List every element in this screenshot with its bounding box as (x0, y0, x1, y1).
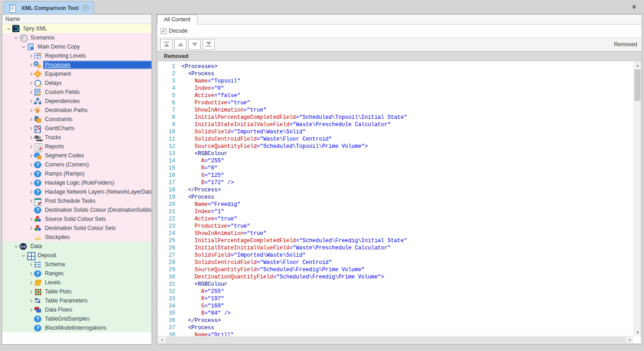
expand-arrow-icon[interactable] (27, 69, 34, 78)
first-difference-button[interactable] (160, 39, 172, 50)
tree-item-table-plots[interactable]: Table Plots (2, 287, 152, 296)
expand-arrow-icon[interactable] (27, 260, 34, 269)
expand-arrow-icon[interactable] (27, 115, 34, 124)
tree-item-deposit[interactable]: Deposit (2, 251, 152, 260)
code-text: A="255" (182, 288, 224, 295)
expand-arrow-icon[interactable] (27, 60, 34, 69)
collapse-arrow-icon[interactable] (5, 24, 12, 33)
code-line: 16 G="125" (158, 172, 634, 179)
tab-all-content[interactable]: All Content (157, 15, 197, 24)
last-difference-button[interactable] (202, 39, 215, 50)
tree-item-schema[interactable]: Schema (2, 260, 152, 269)
tree-item-ranges[interactable]: Ranges (2, 269, 152, 278)
tree-item-table-parameters[interactable]: Table Parameters (2, 296, 152, 305)
tree-item-corners-corners[interactable]: Corners (Corners) (2, 160, 152, 169)
tree-item-processes[interactable]: Processes (2, 60, 152, 69)
code-line: 5 Active="false" (158, 92, 634, 99)
vertical-scrollbar[interactable] (634, 62, 641, 336)
expand-arrow-icon[interactable] (27, 305, 34, 314)
tree-item-destination-solid-colour-sets[interactable]: Destination Solid Colour Sets (2, 224, 152, 233)
tree-item-ganttcharts[interactable]: GanttCharts (2, 124, 152, 133)
tree-item-source-solid-colour-sets[interactable]: Source Solid Colour Sets (2, 214, 152, 224)
code-line: 32 A="255" (158, 288, 634, 295)
collapse-arrow-icon[interactable] (20, 251, 27, 260)
expand-arrow-icon[interactable] (27, 269, 34, 278)
expand-arrow-icon[interactable] (27, 214, 34, 224)
tree-item-label: Levels (43, 278, 152, 287)
expand-arrow-icon[interactable] (27, 196, 34, 205)
tree-item-destination-solids-colour-destinationsolidscolour[interactable]: Destination Solids Colour (DestinationSo… (2, 205, 152, 214)
expand-arrow-icon[interactable] (27, 169, 34, 178)
expand-arrow-icon[interactable] (27, 287, 34, 296)
table-plots-icon (34, 288, 41, 295)
previous-difference-button[interactable] (174, 39, 187, 50)
expand-arrow-icon[interactable] (27, 51, 34, 60)
decode-checkbox[interactable] (161, 28, 167, 34)
tree-item-ramps-ramps[interactable]: Ramps (Ramps) (2, 169, 152, 178)
next-difference-button[interactable] (188, 39, 201, 50)
tree-item-reporting-levels[interactable]: Reporting Levels (2, 51, 152, 60)
expand-arrow-icon[interactable] (27, 224, 34, 233)
indent-spacer (2, 233, 27, 242)
expand-arrow-icon[interactable] (27, 278, 34, 287)
expand-arrow-icon[interactable] (27, 296, 34, 305)
indent-spacer (2, 214, 27, 224)
tree-item-constraints[interactable]: Constraints (2, 115, 152, 124)
tree-item-trucks[interactable]: Trucks (2, 133, 152, 142)
expand-arrow-icon[interactable] (27, 106, 34, 115)
scroll-right-icon[interactable] (626, 336, 634, 344)
scroll-left-icon[interactable] (158, 336, 165, 344)
code-text: InitialPercentageCompletedField="Schedul… (182, 237, 407, 244)
tree-item-data[interactable]: Data (2, 242, 152, 251)
expand-arrow-icon[interactable] (27, 133, 34, 142)
expand-arrow-icon[interactable] (27, 178, 34, 187)
line-number: 10 (158, 128, 182, 136)
expand-arrow-icon[interactable] (27, 151, 34, 160)
horizontal-scrollbar[interactable] (158, 336, 634, 343)
tree-item-blockmodelinterrogations[interactable]: BlockModelInterrogations (2, 323, 152, 332)
help-icon (34, 171, 41, 177)
collapse-arrow-icon[interactable] (12, 242, 20, 251)
tree-column-header[interactable]: Name (2, 15, 152, 24)
horizontal-scroll-thumb[interactable] (166, 337, 626, 343)
tree-item-main-demo-copy[interactable]: Main Demo Copy (2, 42, 152, 51)
tree-item-levels[interactable]: Levels (2, 278, 152, 287)
last-difference-icon (206, 42, 211, 45)
indent-spacer (2, 260, 27, 269)
tree-item-tablegridsamples[interactable]: TableGridSamples (2, 314, 152, 323)
tree-item-reports[interactable]: Reports (2, 142, 152, 151)
expand-arrow-icon[interactable] (27, 88, 34, 97)
first-difference-icon (163, 42, 169, 43)
tree-item-custom-fields[interactable]: Custom Fields (2, 88, 152, 97)
collapse-arrow-icon[interactable] (20, 42, 27, 51)
expand-arrow-icon[interactable] (27, 160, 34, 169)
scroll-up-icon[interactable] (634, 62, 641, 69)
tree-item-equipment[interactable]: Equipment (2, 69, 152, 78)
tree-item-haulage-network-layers-networklayerdata[interactable]: Haulage Network Layers (NetworkLayerData… (2, 187, 152, 196)
tree-item-delays[interactable]: Delays (2, 78, 152, 88)
tree-item-segment-codes[interactable]: Segment Codes (2, 151, 152, 160)
document-tab[interactable]: XML Comparison Tool ✕ (4, 1, 94, 14)
expand-arrow-icon[interactable] (27, 187, 34, 196)
expand-arrow-icon[interactable] (27, 78, 34, 88)
scroll-down-icon[interactable] (634, 329, 641, 336)
vertical-scroll-thumb[interactable] (634, 69, 640, 101)
tree-item-dependencies[interactable]: Dependencies (2, 97, 152, 106)
tree-item-stockpiles[interactable]: Stockpiles (2, 233, 152, 242)
indent-spacer (2, 78, 27, 88)
tree-item-data-flows[interactable]: Data Flows (2, 305, 152, 314)
decode-row: Decode (157, 24, 642, 37)
tree-item-haulage-logic-rulefolders[interactable]: Haulage Logic (RuleFolders) (2, 178, 152, 187)
collapse-arrow-icon[interactable] (12, 33, 20, 42)
line-number: 31 (158, 281, 182, 288)
expand-arrow-icon[interactable] (27, 124, 34, 133)
xml-code-view[interactable]: 1<Processes>2 <Process3 Name="Topsoil"4 … (158, 62, 634, 336)
tree-item-destination-paths[interactable]: Destination Paths (2, 106, 152, 115)
tree-item-post-schedule-tasks[interactable]: Post Schedule Tasks (2, 196, 152, 205)
expand-arrow-icon[interactable] (27, 142, 34, 151)
expand-arrow-icon[interactable] (27, 97, 34, 106)
tree-item-scenarios[interactable]: Scenarios (2, 33, 152, 42)
tree-item-spry-xml[interactable]: Spry XML (2, 24, 152, 33)
close-icon[interactable]: ✕ (82, 5, 89, 11)
dropdown-caret-icon[interactable] (632, 5, 637, 9)
